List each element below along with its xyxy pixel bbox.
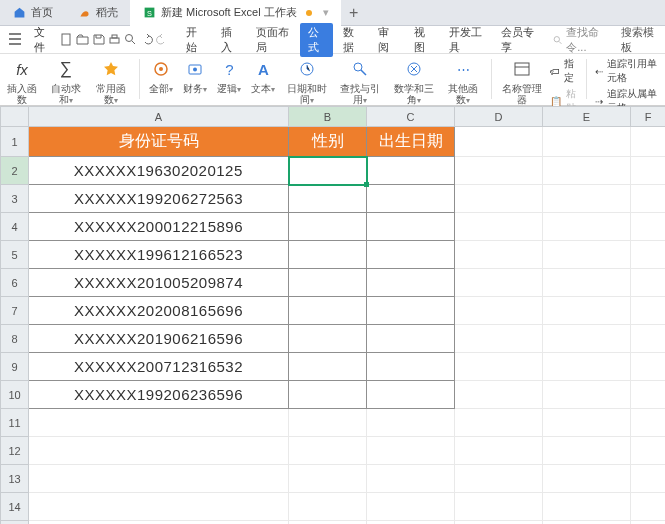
cell-F13[interactable]: [631, 465, 666, 493]
new-doc-icon[interactable]: [59, 31, 73, 49]
row-header-13[interactable]: 13: [1, 465, 29, 493]
cell-F6[interactable]: [631, 269, 666, 297]
undo-icon[interactable]: [139, 31, 153, 49]
col-header-E[interactable]: E: [543, 107, 631, 127]
cell-F15[interactable]: [631, 521, 666, 525]
cell-D3[interactable]: [455, 185, 543, 213]
row-header-9[interactable]: 9: [1, 353, 29, 381]
cell-B9[interactable]: [289, 353, 367, 381]
math-button[interactable]: 数学和三角▾: [390, 57, 437, 106]
cell-D13[interactable]: [455, 465, 543, 493]
spreadsheet-grid[interactable]: A B C D E F 1 身份证号码 性别 出生日期 2 XXXXXX1963…: [0, 106, 665, 524]
tab-menu-icon[interactable]: ▾: [323, 6, 329, 19]
cell-B1[interactable]: 性别: [289, 127, 367, 157]
cell-B4[interactable]: [289, 213, 367, 241]
cell-C13[interactable]: [367, 465, 455, 493]
cell-D11[interactable]: [455, 409, 543, 437]
cell-E10[interactable]: [543, 381, 631, 409]
col-header-F[interactable]: F: [631, 107, 666, 127]
cell-A2[interactable]: XXXXXX196302020125: [29, 157, 289, 185]
ribbon-tab-2[interactable]: 页面布局: [248, 25, 298, 55]
tab-home[interactable]: 首页: [0, 0, 65, 26]
cell-B2-active[interactable]: [289, 157, 367, 185]
row-header-4[interactable]: 4: [1, 213, 29, 241]
cell-F11[interactable]: [631, 409, 666, 437]
cell-D8[interactable]: [455, 325, 543, 353]
row-header-3[interactable]: 3: [1, 185, 29, 213]
cell-E11[interactable]: [543, 409, 631, 437]
cell-C6[interactable]: [367, 269, 455, 297]
cell-C11[interactable]: [367, 409, 455, 437]
cell-A8[interactable]: XXXXXX201906216596: [29, 325, 289, 353]
search-commands[interactable]: 查找命令...: [547, 25, 613, 55]
cell-B13[interactable]: [289, 465, 367, 493]
cell-D15[interactable]: [455, 521, 543, 525]
cell-C7[interactable]: [367, 297, 455, 325]
row-header-5[interactable]: 5: [1, 241, 29, 269]
cell-B8[interactable]: [289, 325, 367, 353]
cell-A15[interactable]: [29, 521, 289, 525]
col-header-D[interactable]: D: [455, 107, 543, 127]
text-button[interactable]: A 文本▾: [249, 57, 277, 95]
cell-B15[interactable]: [289, 521, 367, 525]
cell-D9[interactable]: [455, 353, 543, 381]
select-all-corner[interactable]: [1, 107, 29, 127]
ribbon-tab-0[interactable]: 开始: [178, 25, 211, 55]
col-header-B[interactable]: B: [289, 107, 367, 127]
cell-A4[interactable]: XXXXXX200012215896: [29, 213, 289, 241]
cell-C15[interactable]: [367, 521, 455, 525]
cell-B10[interactable]: [289, 381, 367, 409]
cell-D10[interactable]: [455, 381, 543, 409]
cell-E8[interactable]: [543, 325, 631, 353]
cell-E13[interactable]: [543, 465, 631, 493]
recent-functions-button[interactable]: 常用函数▾: [91, 57, 130, 106]
cell-E4[interactable]: [543, 213, 631, 241]
cell-F5[interactable]: [631, 241, 666, 269]
row-header-15[interactable]: 15: [1, 521, 29, 525]
cell-E15[interactable]: [543, 521, 631, 525]
cell-B7[interactable]: [289, 297, 367, 325]
cell-A5[interactable]: XXXXXX199612166523: [29, 241, 289, 269]
all-functions-button[interactable]: 全部▾: [147, 57, 175, 95]
cell-F9[interactable]: [631, 353, 666, 381]
open-icon[interactable]: [75, 31, 89, 49]
save-icon[interactable]: [91, 31, 105, 49]
cell-D1[interactable]: [455, 127, 543, 157]
cell-D14[interactable]: [455, 493, 543, 521]
row-header-12[interactable]: 12: [1, 437, 29, 465]
cell-A7[interactable]: XXXXXX202008165696: [29, 297, 289, 325]
cell-C5[interactable]: [367, 241, 455, 269]
cell-E9[interactable]: [543, 353, 631, 381]
cell-E12[interactable]: [543, 437, 631, 465]
ribbon-tab-1[interactable]: 插入: [213, 25, 246, 55]
cell-C2[interactable]: [367, 157, 455, 185]
financial-button[interactable]: 财务▾: [181, 57, 209, 95]
cell-C12[interactable]: [367, 437, 455, 465]
cell-F3[interactable]: [631, 185, 666, 213]
cell-E14[interactable]: [543, 493, 631, 521]
tab-shell[interactable]: 稻壳: [65, 0, 130, 26]
ribbon-tab-5[interactable]: 审阅: [370, 25, 403, 55]
row-header-6[interactable]: 6: [1, 269, 29, 297]
cell-E2[interactable]: [543, 157, 631, 185]
menu-icon[interactable]: [4, 33, 26, 47]
cell-D2[interactable]: [455, 157, 543, 185]
cell-F10[interactable]: [631, 381, 666, 409]
ribbon-tab-7[interactable]: 开发工具: [441, 25, 491, 55]
cell-B6[interactable]: [289, 269, 367, 297]
more-functions-button[interactable]: ⋯ 其他函数▾: [443, 57, 482, 106]
cell-C1[interactable]: 出生日期: [367, 127, 455, 157]
row-header-2[interactable]: 2: [1, 157, 29, 185]
file-menu[interactable]: 文件: [28, 25, 57, 55]
cell-C10[interactable]: [367, 381, 455, 409]
cell-C4[interactable]: [367, 213, 455, 241]
cell-F7[interactable]: [631, 297, 666, 325]
lookup-button[interactable]: 查找与引用▾: [337, 57, 384, 106]
cell-F4[interactable]: [631, 213, 666, 241]
cell-C14[interactable]: [367, 493, 455, 521]
cell-B5[interactable]: [289, 241, 367, 269]
ribbon-tab-8[interactable]: 会员专享: [493, 25, 543, 55]
cell-A14[interactable]: [29, 493, 289, 521]
cell-A1[interactable]: 身份证号码: [29, 127, 289, 157]
cell-B14[interactable]: [289, 493, 367, 521]
